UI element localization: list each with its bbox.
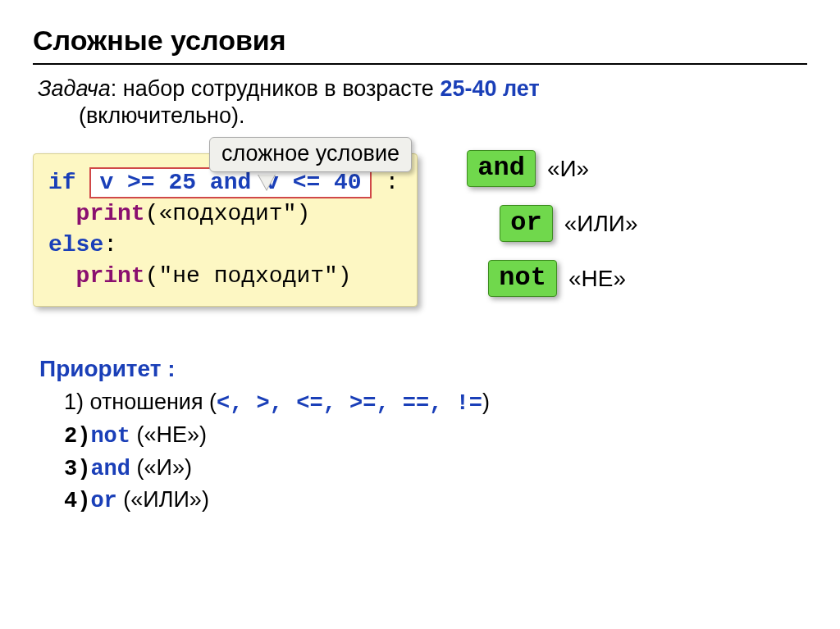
task-sub: (включительно).	[79, 103, 244, 129]
op-label-or: «ИЛИ»	[564, 211, 638, 237]
code-line-else: else:	[48, 230, 399, 261]
op-row-not: not «НЕ»	[488, 260, 637, 297]
pri2-kw: not	[90, 424, 130, 449]
op-row-or: or «ИЛИ»	[500, 205, 637, 242]
pri3-kw: and	[90, 457, 130, 481]
op-box-and: and	[467, 150, 536, 187]
code-line-print1: print(«подходит")	[48, 198, 399, 230]
fn-print-2: print	[76, 263, 145, 289]
priority-title: Приоритет :	[39, 356, 807, 382]
keyword-else: else	[48, 232, 103, 258]
task-sep: :	[111, 76, 123, 101]
task-range: 25-40 лет	[440, 76, 539, 101]
operators-column: and «И» or «ИЛИ» not «НЕ»	[467, 150, 637, 315]
code-line-print2: print("не подходит")	[48, 261, 399, 292]
content-row: сложное условие if v >= 25 and v <= 40 :…	[33, 153, 807, 315]
pri4-num: 4)	[64, 489, 90, 513]
op-box-not: not	[488, 260, 557, 297]
code-area: if v >= 25 and v <= 40 : print(«подходит…	[33, 153, 807, 315]
code-box: if v >= 25 and v <= 40 : print(«подходит…	[33, 153, 418, 307]
op-label-not: «НЕ»	[568, 266, 626, 292]
if-colon: :	[372, 170, 399, 195]
callout-tail	[258, 175, 275, 189]
indent	[48, 263, 76, 289]
priority-line-4: 4)or («ИЛИ»)	[64, 485, 807, 517]
fn-print-1: print	[76, 201, 145, 226]
pri1-ops: <, >, <=, >=, ==, !=	[217, 391, 482, 416]
divider	[33, 63, 807, 65]
op-box-or: or	[500, 205, 552, 242]
op-label-and: «И»	[547, 156, 589, 182]
priority-line-3: 3)and («И»)	[64, 453, 807, 485]
print2-arg: ("не подходит")	[145, 263, 352, 289]
print1-arg: («подходит")	[145, 201, 311, 226]
pri3-num: 3)	[64, 457, 90, 481]
priority-section: Приоритет : 1) отношения (<, >, <=, >=, …	[39, 356, 807, 517]
keyword-if: if	[48, 170, 76, 195]
page-title: Сложные условия	[33, 25, 807, 57]
else-colon: :	[103, 232, 117, 258]
pri2-num: 2)	[64, 424, 90, 449]
task-label: Задача	[38, 76, 111, 101]
task-text: набор сотрудников в возрасте	[123, 76, 441, 101]
op-row-and: and «И»	[467, 150, 637, 187]
task-line: Задача: набор сотрудников в возрасте 25-…	[38, 76, 807, 102]
indent	[48, 201, 76, 226]
pri2-label: («НЕ»)	[137, 422, 208, 447]
pri1-suffix: )	[482, 390, 490, 414]
priority-line-2: 2)not («НЕ»)	[64, 420, 807, 453]
pri4-kw: or	[90, 489, 116, 513]
callout-box: сложное условие	[209, 137, 412, 172]
pri4-label: («ИЛИ»)	[123, 487, 209, 512]
pri3-label: («И»)	[137, 455, 192, 480]
priority-line-1: 1) отношения (<, >, <=, >=, ==, !=)	[64, 387, 807, 420]
pri1-prefix: 1) отношения (	[64, 390, 217, 414]
